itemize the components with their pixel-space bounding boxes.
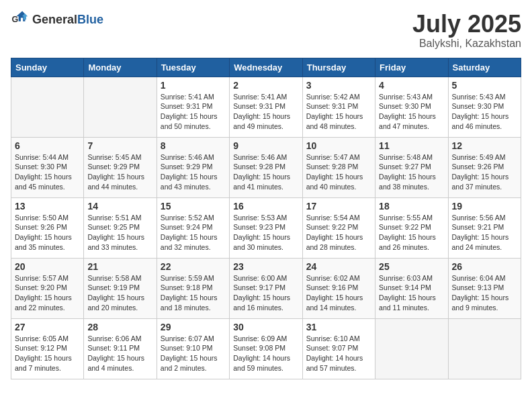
weekday-header-row: SundayMondayTuesdayWednesdayThursdayFrid… bbox=[11, 58, 521, 77]
calendar-cell: 6Sunrise: 5:44 AMSunset: 9:30 PMDaylight… bbox=[11, 137, 84, 197]
calendar-cell: 29Sunrise: 6:07 AMSunset: 9:10 PMDayligh… bbox=[157, 318, 229, 379]
day-info: Sunrise: 5:43 AMSunset: 9:30 PMDaylight:… bbox=[452, 92, 517, 132]
calendar-cell: 27Sunrise: 6:05 AMSunset: 9:12 PMDayligh… bbox=[11, 318, 84, 379]
day-number: 31 bbox=[306, 322, 371, 332]
day-info: Sunrise: 6:05 AMSunset: 9:12 PMDaylight:… bbox=[15, 334, 80, 373]
day-info: Sunrise: 6:10 AMSunset: 9:07 PMDaylight:… bbox=[306, 334, 371, 373]
day-number: 9 bbox=[233, 140, 298, 151]
day-info: Sunrise: 6:02 AMSunset: 9:16 PMDaylight:… bbox=[306, 273, 371, 313]
day-info: Sunrise: 6:04 AMSunset: 9:13 PMDaylight:… bbox=[452, 273, 517, 313]
day-info: Sunrise: 5:43 AMSunset: 9:30 PMDaylight:… bbox=[379, 92, 444, 132]
calendar-cell: 5Sunrise: 5:43 AMSunset: 9:30 PMDaylight… bbox=[448, 77, 521, 137]
calendar-cell: 12Sunrise: 5:49 AMSunset: 9:26 PMDayligh… bbox=[448, 137, 521, 197]
day-number: 21 bbox=[87, 261, 152, 272]
day-info: Sunrise: 5:46 AMSunset: 9:28 PMDaylight:… bbox=[233, 152, 298, 192]
calendar-week-1: 1Sunrise: 5:41 AMSunset: 9:31 PMDaylight… bbox=[11, 77, 521, 137]
day-info: Sunrise: 5:48 AMSunset: 9:27 PMDaylight:… bbox=[379, 152, 444, 192]
calendar-cell: 16Sunrise: 5:53 AMSunset: 9:23 PMDayligh… bbox=[230, 197, 302, 258]
day-number: 28 bbox=[87, 322, 152, 332]
calendar-cell: 15Sunrise: 5:52 AMSunset: 9:24 PMDayligh… bbox=[157, 197, 229, 258]
day-info: Sunrise: 5:49 AMSunset: 9:26 PMDaylight:… bbox=[452, 152, 517, 192]
calendar-cell: 13Sunrise: 5:50 AMSunset: 9:26 PMDayligh… bbox=[11, 197, 84, 258]
weekday-header-tuesday: Tuesday bbox=[157, 58, 229, 77]
day-info: Sunrise: 6:09 AMSunset: 9:08 PMDaylight:… bbox=[233, 334, 298, 373]
day-number: 18 bbox=[379, 201, 444, 212]
calendar-cell: 26Sunrise: 6:04 AMSunset: 9:13 PMDayligh… bbox=[448, 258, 521, 318]
day-number: 20 bbox=[15, 261, 80, 272]
calendar-cell: 11Sunrise: 5:48 AMSunset: 9:27 PMDayligh… bbox=[375, 137, 448, 197]
weekday-header-thursday: Thursday bbox=[302, 58, 375, 77]
day-number: 17 bbox=[306, 201, 371, 212]
day-info: Sunrise: 5:51 AMSunset: 9:25 PMDaylight:… bbox=[87, 213, 152, 253]
day-number: 26 bbox=[452, 261, 517, 272]
day-number: 6 bbox=[15, 140, 80, 151]
day-info: Sunrise: 5:44 AMSunset: 9:30 PMDaylight:… bbox=[15, 152, 80, 192]
day-number: 27 bbox=[15, 322, 80, 332]
day-number: 2 bbox=[233, 80, 298, 91]
day-number: 15 bbox=[161, 201, 226, 212]
calendar-cell bbox=[375, 318, 448, 379]
logo-general: General bbox=[32, 13, 77, 27]
day-number: 22 bbox=[161, 261, 226, 272]
title-location: Balykshi, Kazakhstan bbox=[412, 38, 521, 50]
calendar-week-2: 6Sunrise: 5:44 AMSunset: 9:30 PMDaylight… bbox=[11, 137, 521, 197]
calendar-cell: 21Sunrise: 5:58 AMSunset: 9:19 PMDayligh… bbox=[84, 258, 157, 318]
day-number: 8 bbox=[161, 140, 226, 151]
day-info: Sunrise: 5:56 AMSunset: 9:21 PMDaylight:… bbox=[452, 213, 517, 253]
day-number: 14 bbox=[87, 201, 152, 212]
weekday-header-saturday: Saturday bbox=[448, 58, 521, 77]
logo-blue: Blue bbox=[77, 13, 103, 27]
day-info: Sunrise: 5:50 AMSunset: 9:26 PMDaylight:… bbox=[15, 213, 80, 253]
day-info: Sunrise: 5:41 AMSunset: 9:31 PMDaylight:… bbox=[233, 92, 298, 132]
weekday-header-friday: Friday bbox=[375, 58, 448, 77]
day-number: 13 bbox=[15, 201, 80, 212]
calendar-cell: 7Sunrise: 5:45 AMSunset: 9:29 PMDaylight… bbox=[84, 137, 157, 197]
weekday-header-monday: Monday bbox=[84, 58, 157, 77]
day-number: 7 bbox=[87, 140, 152, 151]
calendar-cell: 2Sunrise: 5:41 AMSunset: 9:31 PMDaylight… bbox=[230, 77, 302, 137]
day-number: 29 bbox=[161, 322, 226, 332]
day-number: 19 bbox=[452, 201, 517, 212]
day-number: 1 bbox=[161, 80, 226, 91]
day-number: 10 bbox=[306, 140, 371, 151]
page-header: G General Blue July 2025 Balykshi, Kazak… bbox=[11, 11, 521, 50]
day-info: Sunrise: 5:41 AMSunset: 9:31 PMDaylight:… bbox=[161, 92, 226, 132]
day-number: 11 bbox=[379, 140, 444, 151]
day-info: Sunrise: 5:52 AMSunset: 9:24 PMDaylight:… bbox=[161, 213, 226, 253]
calendar-week-4: 20Sunrise: 5:57 AMSunset: 9:20 PMDayligh… bbox=[11, 258, 521, 318]
day-info: Sunrise: 5:53 AMSunset: 9:23 PMDaylight:… bbox=[233, 213, 298, 253]
day-info: Sunrise: 6:06 AMSunset: 9:11 PMDaylight:… bbox=[87, 334, 152, 373]
calendar-cell: 1Sunrise: 5:41 AMSunset: 9:31 PMDaylight… bbox=[157, 77, 229, 137]
calendar-cell: 19Sunrise: 5:56 AMSunset: 9:21 PMDayligh… bbox=[448, 197, 521, 258]
day-number: 12 bbox=[452, 140, 517, 151]
calendar-cell bbox=[84, 77, 157, 137]
day-info: Sunrise: 6:07 AMSunset: 9:10 PMDaylight:… bbox=[161, 334, 226, 373]
calendar-cell bbox=[448, 318, 521, 379]
calendar-cell: 23Sunrise: 6:00 AMSunset: 9:17 PMDayligh… bbox=[230, 258, 302, 318]
calendar-cell: 8Sunrise: 5:46 AMSunset: 9:29 PMDaylight… bbox=[157, 137, 229, 197]
day-info: Sunrise: 6:00 AMSunset: 9:17 PMDaylight:… bbox=[233, 273, 298, 313]
calendar-cell: 28Sunrise: 6:06 AMSunset: 9:11 PMDayligh… bbox=[84, 318, 157, 379]
calendar-cell: 31Sunrise: 6:10 AMSunset: 9:07 PMDayligh… bbox=[302, 318, 375, 379]
title-month: July 2025 bbox=[412, 11, 521, 38]
calendar-cell: 25Sunrise: 6:03 AMSunset: 9:14 PMDayligh… bbox=[375, 258, 448, 318]
weekday-header-wednesday: Wednesday bbox=[230, 58, 302, 77]
calendar-cell: 9Sunrise: 5:46 AMSunset: 9:28 PMDaylight… bbox=[230, 137, 302, 197]
calendar-cell: 4Sunrise: 5:43 AMSunset: 9:30 PMDaylight… bbox=[375, 77, 448, 137]
day-info: Sunrise: 5:55 AMSunset: 9:22 PMDaylight:… bbox=[379, 213, 444, 253]
calendar-cell: 20Sunrise: 5:57 AMSunset: 9:20 PMDayligh… bbox=[11, 258, 84, 318]
day-number: 23 bbox=[233, 261, 298, 272]
title-block: July 2025 Balykshi, Kazakhstan bbox=[412, 11, 521, 50]
logo-text: General Blue bbox=[32, 13, 103, 27]
calendar-table: SundayMondayTuesdayWednesdayThursdayFrid… bbox=[11, 58, 521, 379]
logo: G General Blue bbox=[11, 11, 103, 30]
calendar-cell: 22Sunrise: 5:59 AMSunset: 9:18 PMDayligh… bbox=[157, 258, 229, 318]
day-number: 24 bbox=[306, 261, 371, 272]
day-info: Sunrise: 5:59 AMSunset: 9:18 PMDaylight:… bbox=[161, 273, 226, 313]
day-info: Sunrise: 5:46 AMSunset: 9:29 PMDaylight:… bbox=[161, 152, 226, 192]
calendar-cell bbox=[11, 77, 84, 137]
calendar-cell: 14Sunrise: 5:51 AMSunset: 9:25 PMDayligh… bbox=[84, 197, 157, 258]
day-info: Sunrise: 5:54 AMSunset: 9:22 PMDaylight:… bbox=[306, 213, 371, 253]
calendar-cell: 3Sunrise: 5:42 AMSunset: 9:31 PMDaylight… bbox=[302, 77, 375, 137]
day-number: 25 bbox=[379, 261, 444, 272]
